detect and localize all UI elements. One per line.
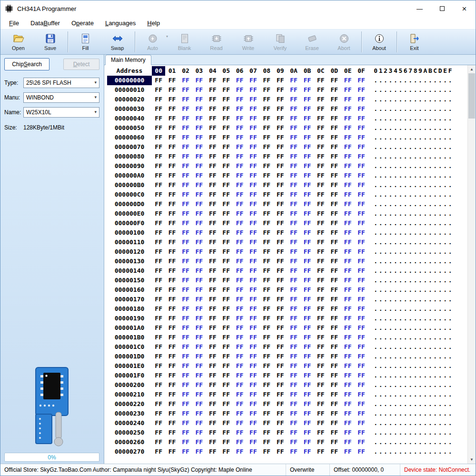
hex-byte[interactable]: FF [206, 333, 219, 342]
hex-byte[interactable]: FF [179, 304, 192, 314]
hex-byte[interactable]: FF [300, 114, 314, 123]
hex-byte[interactable]: FF [247, 276, 260, 285]
hex-byte[interactable]: FF [327, 333, 341, 342]
hex-byte[interactable]: FF [247, 333, 260, 342]
fill-button[interactable]: Fill [69, 30, 101, 54]
hex-byte[interactable]: FF [219, 380, 233, 390]
auto-dropdown-arrow-icon[interactable]: ▾ [166, 34, 168, 39]
hex-byte[interactable]: FF [300, 180, 314, 190]
hex-byte[interactable]: FF [179, 76, 192, 85]
manu-dropdown[interactable]: WINBOND▾ [23, 92, 99, 103]
hex-byte[interactable]: FF [341, 133, 354, 142]
hex-byte[interactable]: FF [300, 152, 314, 161]
hex-byte[interactable]: FF [179, 142, 192, 152]
hex-byte[interactable]: FF [247, 85, 260, 95]
hex-byte[interactable]: FF [206, 180, 219, 190]
hex-byte[interactable]: FF [314, 95, 327, 104]
hex-byte[interactable]: FF [260, 190, 273, 199]
hex-byte[interactable]: FF [314, 266, 327, 276]
hex-byte[interactable]: FF [152, 342, 165, 352]
hex-byte[interactable]: FF [287, 409, 300, 418]
hex-byte[interactable]: FF [247, 218, 260, 228]
hex-byte[interactable]: FF [165, 266, 178, 276]
hex-byte[interactable]: FF [219, 171, 233, 180]
hex-byte[interactable]: FF [192, 161, 206, 171]
hex-byte[interactable]: FF [206, 171, 219, 180]
hex-byte[interactable]: FF [247, 190, 260, 199]
open-button[interactable]: Open [2, 30, 34, 54]
hex-byte[interactable]: FF [355, 142, 368, 152]
hex-byte[interactable]: FF [152, 247, 165, 257]
hex-byte[interactable]: FF [355, 371, 368, 380]
menu-item-file[interactable]: File [3, 17, 25, 29]
hex-byte[interactable]: FF [300, 399, 314, 409]
hex-byte[interactable]: FF [179, 104, 192, 114]
hex-byte[interactable]: FF [247, 323, 260, 333]
hex-byte[interactable]: FF [233, 371, 246, 380]
hex-byte[interactable]: FF [233, 380, 246, 390]
hex-byte[interactable]: FF [327, 266, 341, 276]
hex-byte[interactable]: FF [341, 371, 354, 380]
menu-item-operate[interactable]: Operate [66, 17, 99, 29]
hex-byte[interactable]: FF [219, 247, 233, 257]
hex-byte[interactable]: FF [314, 180, 327, 190]
hex-byte[interactable]: FF [219, 276, 233, 285]
hex-byte[interactable]: FF [341, 209, 354, 218]
hex-byte[interactable]: FF [260, 276, 273, 285]
hex-byte[interactable]: FF [233, 133, 246, 142]
hex-byte[interactable]: FF [314, 352, 327, 361]
hex-byte[interactable]: FF [327, 314, 341, 323]
hex-byte[interactable]: FF [300, 199, 314, 209]
name-dropdown[interactable]: W25X10L▾ [23, 107, 99, 118]
hex-byte[interactable]: FF [355, 380, 368, 390]
hex-byte[interactable]: FF [341, 447, 354, 456]
hex-byte[interactable]: FF [179, 447, 192, 456]
hex-byte[interactable]: FF [179, 228, 192, 238]
hex-byte[interactable]: FF [233, 218, 246, 228]
hex-byte[interactable]: FF [179, 428, 192, 437]
hex-byte[interactable]: FF [260, 342, 273, 352]
hex-byte[interactable]: FF [341, 323, 354, 333]
hex-byte[interactable]: FF [300, 390, 314, 399]
hex-byte[interactable]: FF [287, 257, 300, 266]
hex-byte[interactable]: FF [247, 342, 260, 352]
hex-byte[interactable]: FF [233, 361, 246, 371]
hex-byte[interactable]: FF [206, 76, 219, 85]
hex-byte[interactable]: FF [287, 152, 300, 161]
hex-byte[interactable]: FF [314, 114, 327, 123]
hex-byte[interactable]: FF [165, 95, 178, 104]
hex-byte[interactable]: FF [152, 352, 165, 361]
hex-byte[interactable]: FF [206, 399, 219, 409]
hex-byte[interactable]: FF [233, 428, 246, 437]
hex-byte[interactable]: FF [274, 76, 287, 85]
hex-byte[interactable]: FF [327, 447, 341, 456]
hex-byte[interactable]: FF [219, 218, 233, 228]
hex-byte[interactable]: FF [179, 180, 192, 190]
hex-byte[interactable]: FF [274, 323, 287, 333]
hex-byte[interactable]: FF [192, 447, 206, 456]
hex-byte[interactable]: FF [179, 333, 192, 342]
hex-byte[interactable]: FF [165, 114, 178, 123]
hex-byte[interactable]: FF [179, 199, 192, 209]
hex-byte[interactable]: FF [152, 323, 165, 333]
hex-byte[interactable]: FF [219, 361, 233, 371]
hex-byte[interactable]: FF [300, 352, 314, 361]
hex-byte[interactable]: FF [341, 161, 354, 171]
hex-byte[interactable]: FF [152, 314, 165, 323]
hex-byte[interactable]: FF [206, 152, 219, 161]
hex-byte[interactable]: FF [179, 266, 192, 276]
hex-byte[interactable]: FF [327, 104, 341, 114]
hex-byte[interactable]: FF [206, 123, 219, 133]
hex-byte[interactable]: FF [300, 209, 314, 218]
hex-byte[interactable]: FF [152, 114, 165, 123]
hex-byte[interactable]: FF [206, 199, 219, 209]
hex-byte[interactable]: FF [274, 190, 287, 199]
hex-byte[interactable]: FF [327, 95, 341, 104]
hex-byte[interactable]: FF [355, 199, 368, 209]
hex-byte[interactable]: FF [206, 190, 219, 199]
hex-byte[interactable]: FF [287, 342, 300, 352]
hex-byte[interactable]: FF [300, 123, 314, 133]
hex-byte[interactable]: FF [192, 199, 206, 209]
hex-byte[interactable]: FF [233, 418, 246, 428]
hex-byte[interactable]: FF [355, 314, 368, 323]
